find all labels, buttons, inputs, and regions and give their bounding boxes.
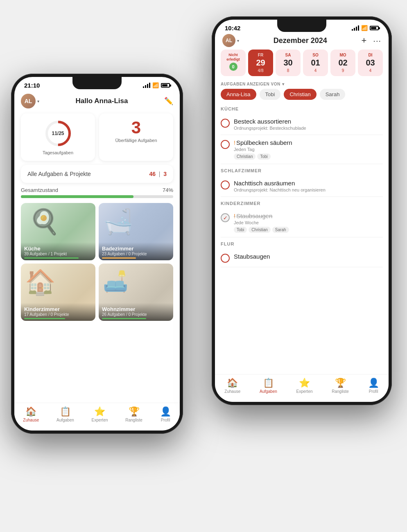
right-nav-zuhause-label: Zuhause [224, 389, 240, 394]
tag-christian-2: Christian [249, 227, 270, 233]
day-card-sa30[interactable]: SA 30 8 [276, 50, 301, 76]
day-label-so: SO [312, 53, 318, 57]
all-tasks-numbers: 46 | 3 [149, 171, 167, 177]
right-nav-rangliste[interactable]: 🏆 Rangliste [332, 378, 349, 394]
task-checkbox-besteck[interactable] [221, 119, 230, 128]
tag-christian: Christian [234, 153, 256, 160]
overdue-number: 3 [131, 119, 141, 136]
left-nav-profil[interactable]: 👤 Profil [160, 406, 171, 422]
right-home-icon: 🏠 [227, 378, 238, 388]
task-checkbox-spuelbecken[interactable] [221, 140, 230, 149]
day-badge-02: 9 [342, 68, 344, 73]
left-phone: 21:10 📶 [11, 74, 183, 434]
chip-sarah[interactable]: Sarah [320, 89, 346, 100]
room-card-badezimmer[interactable]: Badezimmer 23 Aufgaben / 0 Projekte [99, 203, 173, 260]
section-flur: FLUR [221, 237, 383, 249]
room-info-badezimmer: 23 Aufgaben / 0 Projekte [102, 252, 170, 256]
all-tasks-count: 46 [149, 171, 156, 177]
right-nav-zuhause[interactable]: 🏠 Zuhause [224, 378, 240, 394]
filter-chevron-icon: ▾ [282, 82, 285, 86]
right-ranking-icon: 🏆 [335, 378, 346, 388]
right-battery-icon [370, 26, 379, 30]
tag-tobi-2: Tobi [234, 227, 247, 233]
left-notch [72, 77, 122, 89]
avatar-dropdown[interactable]: AL ▾ [21, 94, 39, 108]
chip-tobi[interactable]: Tobi [260, 89, 281, 100]
day-card-mo02[interactable]: MO 02 9 [330, 50, 355, 76]
day-badge-29: 4/8 [258, 68, 264, 73]
right-nav-profil[interactable]: 👤 Profil [368, 378, 379, 394]
right-status-icons: 📶 [352, 25, 379, 31]
person-chips: Anna-Lisa Tobi Christian Sarah [221, 89, 383, 100]
room-progress-wohnzimmer [102, 318, 146, 319]
greeting-text: Hallo Anna-Lisa [76, 97, 128, 105]
room-name-badezimmer: Badezimmer [102, 246, 170, 252]
right-phone: 10:42 📶 AL [212, 16, 392, 405]
signal-bars [143, 83, 150, 88]
room-card-kinder[interactable]: Kinderzimmer 17 Aufgaben / 0 Projekte [21, 264, 95, 321]
right-nav-rangliste-label: Rangliste [332, 389, 349, 394]
left-phone-screen: 21:10 📶 [14, 77, 180, 431]
task-name-nachttisch: Nachttisch ausräumen [234, 180, 383, 187]
all-tasks-label: Alle Aufgaben & Projekte [27, 171, 91, 177]
nicht-erledigt-card[interactable]: Nichterledigt 0 [221, 50, 246, 76]
right-nav-experten[interactable]: ⭐ Experten [296, 378, 313, 394]
right-phone-screen: 10:42 📶 AL [215, 20, 389, 402]
room-info-wohnzimmer: 26 Aufgaben / 0 Projekte [102, 312, 170, 317]
gesamtzustand-label: Gesamtzustand [21, 187, 58, 193]
task-checkbox-staubsaugen-flur[interactable] [221, 254, 230, 263]
r-signal-bar-4 [358, 25, 359, 31]
room-name-kueche: Küche [24, 246, 92, 252]
daily-tasks-card[interactable]: 11/25 Tagesaufgaben [21, 113, 95, 161]
room-overlay-badezimmer: Badezimmer 23 Aufgaben / 0 Projekte [99, 242, 173, 260]
battery-fill [162, 84, 167, 86]
day-number-30: 30 [283, 58, 292, 68]
chip-christian[interactable]: Christian [284, 89, 316, 100]
gesamtzustand-section: Gesamtzustand 74% [21, 187, 173, 198]
task-staubsaugen-flur[interactable]: Staubsaugen [221, 249, 383, 267]
task-sub-staubsaugen-kinder: Jede Woche [234, 220, 383, 225]
right-profile-icon: 👤 [368, 378, 379, 388]
experts-icon: ⭐ [94, 406, 105, 417]
day-card-di03[interactable]: DI 03 4 [358, 50, 383, 76]
overdue-card[interactable]: 3 Überfällige Aufgaben [99, 113, 173, 161]
room-card-wohnzimmer[interactable]: Wohnzimmer 26 Aufgaben / 0 Projekte [99, 264, 173, 321]
right-avatar-dropdown[interactable]: AL ▾ [222, 34, 239, 47]
left-nav-rangliste[interactable]: 🏆 Rangliste [125, 406, 142, 422]
more-options-button[interactable]: ··· [373, 36, 381, 45]
day-card-so01[interactable]: SO 01 4 [303, 50, 328, 76]
task-staubsaugen-kinder[interactable]: !Staubsaugen Jede Woche Tobi Christian S… [221, 208, 383, 237]
edit-icon[interactable]: ✏️ [164, 97, 173, 106]
right-wifi-icon: 📶 [361, 25, 368, 31]
room-card-kueche[interactable]: Küche 39 Aufgaben / 1 Projekt [21, 203, 95, 260]
task-nachttisch[interactable]: Nachttisch ausräumen Ordnungsprojekt: Na… [221, 176, 383, 197]
task-spuelbecken[interactable]: !Spülbecken säubern Jeden Tag Christian … [221, 135, 383, 164]
day-card-fr29[interactable]: FR 29 4/8 [248, 50, 273, 76]
urgent-icon-staubsaugen: ! [234, 213, 235, 219]
calendar-actions: + ··· [361, 35, 381, 46]
task-body-besteck: Besteck aussortieren Ordnungsprojekt: Be… [234, 118, 383, 131]
day-number-29: 29 [256, 58, 265, 68]
room-overlay-kinder: Kinderzimmer 17 Aufgaben / 0 Projekte [21, 303, 95, 321]
task-body-nachttisch: Nachttisch ausräumen Ordnungsprojekt: Na… [234, 180, 383, 192]
ranking-icon: 🏆 [129, 406, 140, 417]
right-nav-experten-label: Experten [296, 389, 313, 394]
right-nav-aufgaben[interactable]: 📋 Aufgaben [260, 378, 277, 394]
all-projects-count: 3 [163, 171, 167, 177]
room-info-kueche: 39 Aufgaben / 1 Projekt [24, 252, 92, 256]
section-kueche: KÜCHE [221, 102, 383, 114]
left-nav-zuhause[interactable]: 🏠 Zuhause [23, 406, 39, 422]
avatar: AL [21, 94, 36, 108]
day-strip: Nichterledigt 0 FR 29 4/8 SA 30 8 SO 01 [215, 50, 389, 80]
add-button[interactable]: + [361, 35, 366, 46]
task-body-staubsaugen-flur: Staubsaugen [234, 253, 383, 260]
all-tasks-row[interactable]: Alle Aufgaben & Projekte 46 | 3 [21, 165, 173, 183]
chip-anna-lisa[interactable]: Anna-Lisa [221, 89, 256, 100]
tag-tobi: Tobi [257, 153, 270, 160]
task-checkbox-nachttisch[interactable] [221, 180, 230, 189]
task-checkbox-staubsaugen-kinder[interactable] [221, 213, 230, 222]
task-besteck[interactable]: Besteck aussortieren Ordnungsprojekt: Be… [221, 114, 383, 135]
left-nav-aufgaben[interactable]: 📋 Aufgaben [57, 406, 74, 422]
left-nav-experten[interactable]: ⭐ Experten [92, 406, 108, 422]
task-tags-spuelbecken: Christian Tobi [234, 153, 383, 160]
